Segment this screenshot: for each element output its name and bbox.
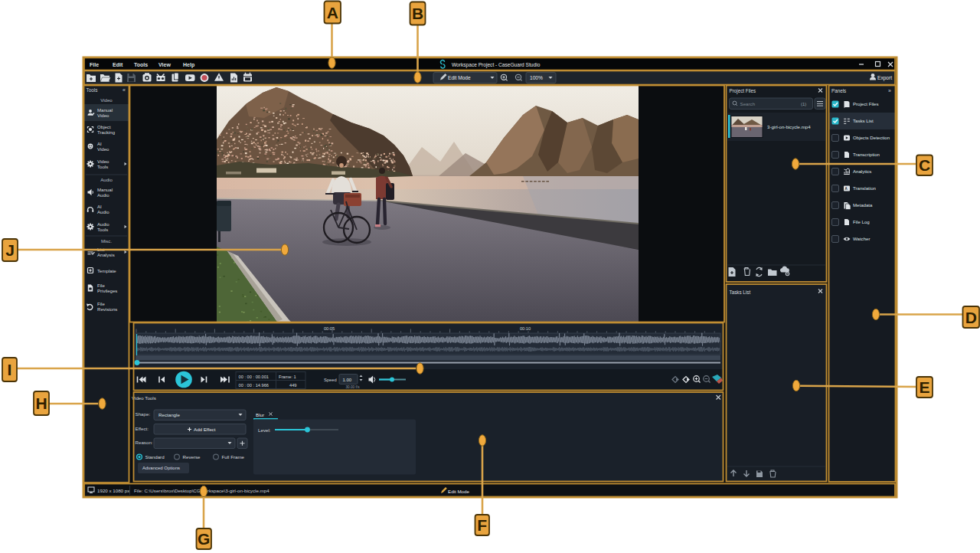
- svg-text:Metadata: Metadata: [853, 202, 873, 208]
- svg-text:Reason:: Reason:: [136, 440, 153, 445]
- svg-text:E: E: [919, 378, 929, 396]
- svg-text:File: File: [97, 283, 105, 288]
- svg-text:File: File: [97, 301, 105, 306]
- svg-text:Video: Video: [97, 146, 109, 152]
- svg-text:Edit: Edit: [113, 62, 123, 67]
- svg-text:100%: 100%: [530, 75, 543, 80]
- svg-text:Help: Help: [183, 62, 194, 68]
- svg-text:30.00 f/s: 30.00 f/s: [346, 385, 361, 389]
- svg-text:Project Files: Project Files: [853, 101, 879, 106]
- svg-text:Speed: Speed: [324, 378, 337, 382]
- svg-text:Full Frame: Full Frame: [222, 454, 245, 460]
- svg-text:H: H: [35, 394, 47, 412]
- svg-text:Analytics: Analytics: [853, 169, 871, 174]
- svg-text:Reverse: Reverse: [183, 454, 201, 460]
- svg-text:Standard: Standard: [145, 454, 165, 460]
- svg-text:Tasks List: Tasks List: [853, 118, 874, 123]
- svg-text:Objects Detection: Objects Detection: [853, 135, 890, 140]
- svg-text:Manual: Manual: [97, 187, 113, 192]
- svg-text:Effect:: Effect:: [136, 426, 149, 431]
- svg-text:Advanced Options: Advanced Options: [142, 466, 180, 470]
- svg-text:F: F: [477, 516, 487, 534]
- svg-text:Tools: Tools: [134, 62, 148, 67]
- svg-text:Video Tools: Video Tools: [132, 395, 156, 401]
- svg-text:C: C: [919, 156, 930, 174]
- svg-text:Audio: Audio: [97, 192, 109, 198]
- svg-text:00 : 00 : 00.001: 00 : 00 : 00.001: [239, 375, 270, 379]
- svg-text:G: G: [198, 530, 210, 548]
- svg-text:3-girl-on-bicycle.mp4: 3-girl-on-bicycle.mp4: [767, 124, 811, 129]
- svg-text:00:05: 00:05: [324, 326, 335, 331]
- svg-text:Template: Template: [97, 268, 116, 273]
- svg-text:Audio: Audio: [97, 209, 109, 214]
- svg-text:1.00: 1.00: [343, 378, 352, 382]
- svg-text:File Log: File Log: [853, 219, 870, 224]
- svg-text:Edit Mode: Edit Mode: [448, 489, 469, 494]
- svg-text:Tools: Tools: [97, 227, 108, 232]
- svg-text:Translation: Translation: [853, 185, 876, 191]
- svg-text:Edit Mode: Edit Mode: [448, 75, 471, 80]
- svg-text:Rectangle: Rectangle: [158, 412, 180, 417]
- svg-text:(1): (1): [801, 102, 806, 106]
- svg-text:00:10: 00:10: [520, 326, 531, 331]
- svg-text:Frame: 1: Frame: 1: [279, 375, 296, 379]
- svg-text:Project Files: Project Files: [730, 88, 756, 94]
- svg-text:File: File: [90, 62, 99, 67]
- svg-text:Shape:: Shape:: [136, 411, 151, 417]
- svg-text:»: »: [888, 88, 891, 93]
- svg-text:Privileges: Privileges: [97, 288, 117, 293]
- svg-text:«: «: [122, 87, 126, 93]
- svg-text:D: D: [965, 309, 977, 326]
- svg-text:Misc.: Misc.: [101, 238, 113, 244]
- svg-text:I: I: [8, 361, 12, 378]
- svg-text:A: A: [327, 4, 338, 21]
- svg-text:Video: Video: [97, 113, 109, 118]
- svg-text:Revisions: Revisions: [97, 306, 117, 312]
- svg-text:J: J: [5, 241, 15, 259]
- svg-text:Analysis: Analysis: [97, 252, 115, 257]
- svg-text:Video: Video: [100, 97, 113, 103]
- svg-text:00 : 00 : 14.966: 00 : 00 : 14.966: [239, 383, 270, 388]
- svg-text:Watcher: Watcher: [853, 236, 870, 241]
- svg-text:Export: Export: [877, 75, 892, 81]
- svg-text:Transcription: Transcription: [853, 152, 880, 157]
- svg-text:B: B: [412, 5, 423, 22]
- svg-text:Tracking: Tracking: [97, 129, 115, 135]
- svg-text:Level:: Level:: [258, 427, 271, 433]
- svg-text:Video: Video: [97, 159, 109, 164]
- svg-text:Tasks List: Tasks List: [730, 290, 751, 295]
- svg-text:Search: Search: [740, 101, 756, 106]
- svg-text:Workspace Project - CaseGuard: Workspace Project - CaseGuard Studio: [452, 62, 541, 68]
- svg-text:1920 x 1080 px: 1920 x 1080 px: [97, 488, 130, 493]
- svg-text:Add Effect: Add Effect: [194, 427, 216, 432]
- svg-text:AI: AI: [97, 141, 102, 146]
- svg-text:View: View: [158, 62, 171, 67]
- svg-text:Audio: Audio: [97, 221, 109, 227]
- svg-text:Audio: Audio: [100, 177, 113, 182]
- svg-text:Blur: Blur: [256, 412, 264, 417]
- svg-text:Tools: Tools: [97, 164, 108, 169]
- svg-text:Manual: Manual: [97, 107, 113, 113]
- svg-text:Tools: Tools: [87, 87, 98, 93]
- svg-text:449: 449: [289, 383, 297, 388]
- svg-text:Object: Object: [97, 124, 111, 129]
- svg-text:AI: AI: [97, 204, 102, 209]
- svg-text:Panels: Panels: [831, 88, 846, 93]
